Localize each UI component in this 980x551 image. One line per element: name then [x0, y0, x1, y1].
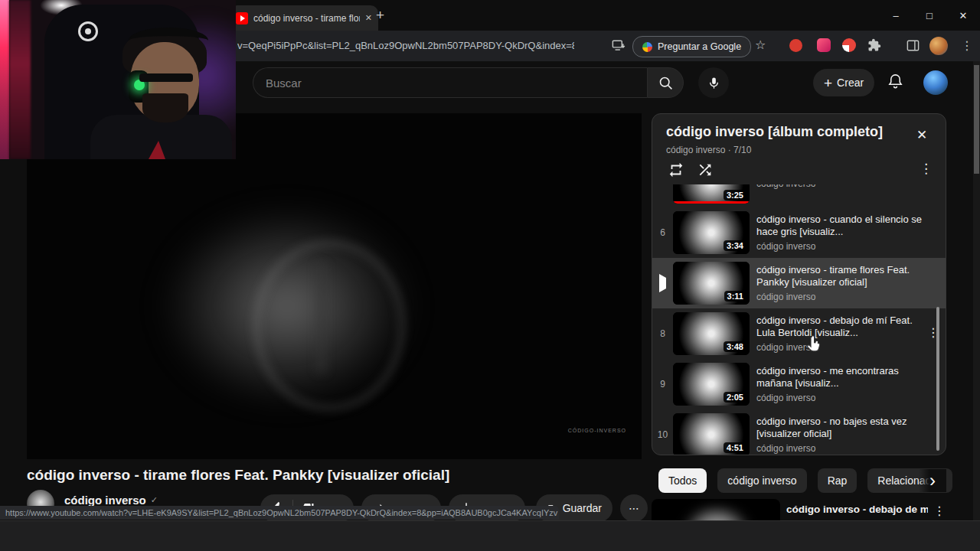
bell-icon [887, 73, 904, 90]
related-video-kebab-icon[interactable]: ⋮ [933, 504, 946, 518]
playlist-items: 3:25 código inverso 6 3:34 código invers… [652, 184, 946, 455]
watch-progress-bar [673, 201, 750, 204]
playlist-item[interactable]: 9 2:05 código inverso - me encontraras m… [652, 359, 946, 409]
tab-close-icon[interactable]: ✕ [365, 13, 372, 23]
playlist-item-index: 6 [652, 227, 673, 238]
playlist-panel: código inverso [álbum completo] ✕ código… [652, 113, 946, 455]
repeat-icon [668, 161, 684, 178]
shelf-shadow [9, 0, 31, 159]
address-bar-url[interactable]: v=QeqPi5iPpPc&list=PL2_qBnLoz9OpwNL2bm50… [237, 40, 574, 51]
taskbar [0, 520, 980, 551]
playlist-item-thumbnail: 3:34 [673, 211, 750, 254]
screen: código inverso - tirame flores F ✕ + – □… [0, 0, 980, 551]
duration-badge: 2:05 [724, 392, 746, 403]
chip-codigo-inverso[interactable]: código inverso [717, 468, 806, 493]
search-input[interactable] [253, 68, 659, 97]
playlist-item-index: 8 [652, 328, 673, 339]
search-icon [658, 75, 674, 91]
chips-scroll-right-icon[interactable]: › [919, 469, 946, 492]
playlist-item-channel: código inverso [756, 292, 926, 302]
extension-icon-1[interactable] [789, 39, 802, 52]
webcam-overlay [0, 0, 236, 159]
playlist-subtitle: código inverso · 7/10 [666, 145, 751, 155]
video-watermark: CÓDIGO-INVERSO [568, 428, 626, 433]
link-preview-statusbar: https://www.youtube.com/watch?v=LHE-eK9A… [0, 506, 559, 520]
window-minimize-button[interactable]: – [879, 0, 913, 31]
chip-rap[interactable]: Rap [818, 468, 858, 493]
playlist-title: código inverso [álbum completo] [666, 124, 903, 140]
visualizer-line [316, 262, 327, 373]
video-player[interactable]: CÓDIGO-INVERSO [27, 113, 642, 459]
playlist-item-index: 10 [652, 429, 673, 440]
playlist-menu-kebab-icon[interactable]: ⋮ [920, 161, 933, 177]
duration-badge: 3:11 [724, 291, 746, 302]
ask-google-button[interactable]: Preguntar a Google [632, 36, 751, 57]
streamer-glasses [139, 73, 193, 82]
search-box[interactable] [253, 67, 647, 98]
side-panel-icon[interactable] [906, 38, 920, 53]
notifications-button[interactable] [887, 73, 904, 90]
duration-badge: 3:34 [724, 240, 746, 251]
duration-badge: 3:25 [724, 190, 746, 201]
browser-profile-avatar[interactable] [929, 37, 948, 55]
mic-icon [707, 76, 721, 90]
playlist-item-channel: código inverso [756, 393, 926, 403]
led-shelf-light [0, 0, 9, 159]
extension-icon-2[interactable] [817, 38, 831, 52]
playlist-item-thumbnail: 4:51 [673, 413, 750, 455]
headset-band [129, 28, 208, 54]
duration-badge: 3:48 [724, 341, 746, 352]
extensions-puzzle-icon[interactable] [867, 38, 881, 52]
save-label: Guardar [563, 502, 602, 514]
search-button[interactable] [647, 67, 684, 98]
playlist-scrollbar[interactable] [936, 307, 939, 451]
playlist-item-channel: código inverso [756, 342, 926, 353]
more-actions-button[interactable]: ⋯ [620, 494, 648, 522]
extension-icon-3[interactable] [842, 38, 856, 52]
page-scrollbar[interactable] [973, 61, 980, 520]
now-playing-icon [652, 278, 673, 289]
browser-menu-kebab-icon[interactable]: ⋮ [961, 38, 973, 53]
playlist-item[interactable]: 10 4:51 código inverso - no bajes esta v… [652, 409, 946, 455]
red-chair-accent [149, 141, 165, 159]
create-button[interactable]: + Crear [813, 69, 874, 96]
playlist-close-icon[interactable]: ✕ [916, 127, 927, 143]
loop-playlist-button[interactable] [668, 161, 684, 178]
browser-tab[interactable]: código inverso - tirame flores F ✕ [230, 5, 378, 31]
create-label: Crear [837, 77, 864, 89]
send-to-device-icon[interactable] [611, 38, 626, 53]
playlist-item-thumbnail: 3:25 [673, 184, 750, 204]
ask-google-label: Preguntar a Google [658, 41, 741, 52]
google-lens-icon [642, 42, 652, 52]
filter-chips: Todos código inverso Rap Relacionados [658, 468, 952, 493]
related-video-title[interactable]: código inverso - debajo de mí [786, 504, 928, 515]
shuffle-icon [697, 161, 714, 178]
playlist-item-thumbnail: 3:11 [673, 262, 750, 305]
voice-search-button[interactable] [698, 67, 729, 98]
playlist-item-channel: código inverso [756, 241, 926, 252]
more-horizontal-icon: ⋯ [629, 502, 639, 514]
visualizer-ring [253, 240, 406, 412]
playlist-item-channel: código inverso [756, 443, 926, 454]
bookmark-star-icon[interactable]: ☆ [755, 37, 766, 52]
video-title: código inverso - tirame flores Feat. Pan… [27, 467, 632, 484]
window-maximize-button[interactable]: □ [913, 0, 946, 31]
playlist-item[interactable]: 3:25 código inverso [652, 184, 946, 207]
new-tab-button[interactable]: + [376, 7, 384, 24]
playlist-item-channel: código inverso [756, 184, 926, 189]
playlist-item[interactable]: 6 3:34 código inverso - cuando el silenc… [652, 207, 946, 258]
verified-check-icon: ✓ [151, 495, 158, 505]
window-close-button[interactable]: ✕ [946, 0, 980, 31]
chip-todos[interactable]: Todos [658, 468, 707, 493]
youtube-account-avatar[interactable] [923, 70, 948, 95]
duration-badge: 4:51 [724, 442, 746, 453]
playlist-item-title: código inverso - cuando el silencio se h… [756, 214, 926, 238]
shuffle-playlist-button[interactable] [697, 161, 714, 178]
page-scrollbar-thumb[interactable] [974, 65, 979, 174]
youtube-favicon-icon [236, 12, 248, 24]
playlist-item[interactable]: 8 3:48 código inverso - debajo de mí Fea… [652, 308, 946, 359]
channel-name[interactable]: código inverso ✓ [64, 494, 158, 507]
playlist-item-title: código inverso - tirame flores Feat. Pan… [756, 264, 926, 289]
playlist-item-now-playing[interactable]: 3:11 código inverso - tirame flores Feat… [652, 258, 946, 308]
playlist-item-index: 9 [652, 379, 673, 390]
